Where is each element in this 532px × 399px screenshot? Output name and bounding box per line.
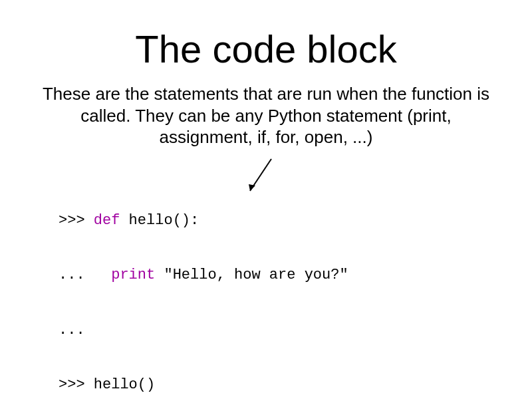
code-text: "Hello, how are you?" [155, 267, 348, 283]
code-text: hello(): [120, 212, 199, 229]
prompt: >>> [59, 212, 94, 229]
slide-body: These are the statements that are run wh… [40, 83, 492, 148]
keyword-def: def [94, 212, 120, 229]
slide-title: The code block [40, 27, 492, 71]
code-line-4: >>> hello() [59, 376, 492, 394]
keyword-print: print [111, 267, 155, 283]
code-block: >>> def hello(): ... print "Hello, how a… [59, 175, 492, 400]
continuation-prompt: ... [59, 267, 111, 283]
code-line-1: >>> def hello(): [59, 211, 492, 230]
code-line-3: ... [59, 321, 492, 340]
continuation-prompt: ... [59, 322, 85, 338]
slide: The code block These are the statements … [0, 0, 532, 399]
code-line-2: ... print "Hello, how are you?" [59, 266, 492, 285]
